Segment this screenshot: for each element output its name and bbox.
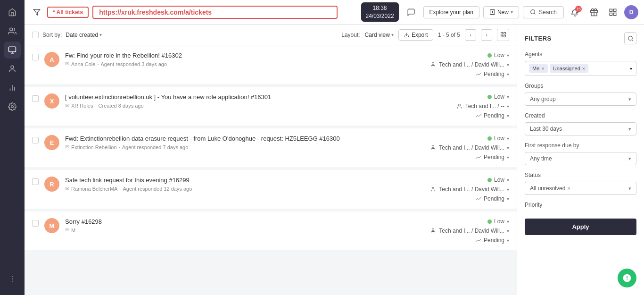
apply-button[interactable]: Apply <box>525 219 636 235</box>
sort-bar-right: Layout: Card view ▾ Export 1 - 5 of 5 ‹ <box>341 29 509 41</box>
ticket-sender: M <box>71 228 75 233</box>
first-response-chevron: ▾ <box>628 156 631 162</box>
next-page-button[interactable]: › <box>481 29 492 41</box>
ticket-checkbox[interactable] <box>32 220 39 227</box>
ticket-meta: ✉ XR Roles ·Created 8 days ago <box>65 102 409 109</box>
select-all-checkbox[interactable] <box>32 32 39 38</box>
priority-label: Low <box>494 52 504 59</box>
chat-icon[interactable] <box>403 4 420 21</box>
remove-status-tag[interactable]: × <box>567 185 570 191</box>
ticket-group[interactable]: Tech and I... / -- ▾ <box>457 103 509 110</box>
status-dropdown[interactable]: All unresolved × ▾ <box>525 182 636 195</box>
all-tickets-badge[interactable]: * All tickets <box>47 7 89 18</box>
notification-badge: 15 <box>575 6 582 12</box>
export-label: Export <box>412 32 428 38</box>
export-button[interactable]: Export <box>398 29 433 41</box>
ticket-checkbox[interactable] <box>32 178 39 185</box>
groups-dropdown[interactable]: Any group ▾ <box>525 93 636 106</box>
groups-label: Groups <box>525 83 636 89</box>
ticket-card[interactable]: M Sorry #16298 ✉ M Low ▾ Tech and I... /… <box>25 211 517 253</box>
marketplace-icon[interactable] <box>605 5 620 20</box>
ticket-status-label: Pending <box>484 237 504 244</box>
ticket-title: Fwd: Extinctionrebellion data erasure re… <box>65 135 409 142</box>
sidebar-item-customers[interactable] <box>4 60 21 77</box>
search-button[interactable]: Search <box>523 6 564 18</box>
sidebar-more-icon[interactable] <box>4 270 21 287</box>
first-response-dropdown[interactable]: Any time ▾ <box>525 152 636 165</box>
priority-badge[interactable]: Low ▾ <box>487 177 509 183</box>
datetime-date: 24/03/2022 <box>366 12 394 20</box>
ticket-status[interactable]: Pending ▾ <box>476 195 509 202</box>
ticket-status-label: Pending <box>484 195 504 202</box>
ticket-body: Safe tech link request for this evening … <box>65 177 409 202</box>
layout-label: Layout: <box>341 32 360 38</box>
freshdesk-fab[interactable] <box>618 269 636 287</box>
created-filter-section: Created Last 30 days ▾ <box>525 112 636 135</box>
ticket-status[interactable]: Pending ▾ <box>476 71 509 77</box>
created-dropdown[interactable]: Last 30 days ▾ <box>525 122 636 135</box>
datetime-box[interactable]: 18:38 24/03/2022 <box>361 2 399 22</box>
ticket-card[interactable]: X [ volunteer.extinctionrebellion.uk ] -… <box>25 87 517 128</box>
svg-point-27 <box>432 63 434 65</box>
svg-point-6 <box>11 106 14 108</box>
ticket-status[interactable]: Pending ▾ <box>476 154 509 160</box>
ticket-card[interactable]: E Fwd: Extinctionrebellion data erasure … <box>25 128 517 170</box>
priority-dot <box>487 178 492 182</box>
priority-badge[interactable]: Low ▾ <box>487 52 509 59</box>
sort-value[interactable]: Date created ▾ <box>66 32 102 38</box>
sidebar-item-settings[interactable] <box>4 98 21 115</box>
priority-dot <box>487 219 492 224</box>
svg-rect-26 <box>501 35 503 37</box>
status-chevron: ▾ <box>507 72 509 77</box>
sidebar-item-home[interactable] <box>4 4 21 21</box>
ticket-avatar: A <box>44 52 59 67</box>
priority-badge[interactable]: Low ▾ <box>487 135 509 142</box>
ticket-group-label: Tech and I... / David Will... <box>439 228 504 234</box>
filter-icon[interactable] <box>30 6 43 19</box>
agents-filter-section: Agents Me × Unassigned × ▾ <box>525 51 636 76</box>
ticket-sender: Extinction Rebellion <box>71 144 117 150</box>
svg-marker-10 <box>33 9 40 15</box>
new-button[interactable]: New ▾ <box>483 6 519 18</box>
ticket-card[interactable]: R Safe tech link request for this evenin… <box>25 170 517 211</box>
svg-line-33 <box>632 40 633 41</box>
explore-plan-button[interactable]: Explore your plan <box>423 6 479 18</box>
status-chevron: ▾ <box>507 196 509 202</box>
remove-me-tag[interactable]: × <box>541 66 544 71</box>
ticket-status-label: Pending <box>484 112 504 119</box>
ticket-right: Low ▾ Tech and I... / David Will... ▾ Pe… <box>415 52 509 77</box>
ticket-group[interactable]: Tech and I... / David Will... ▾ <box>431 228 509 234</box>
remove-unassigned-tag[interactable]: × <box>582 66 585 71</box>
sidebar-item-tickets[interactable] <box>4 42 21 59</box>
svg-point-31 <box>432 229 434 231</box>
svg-point-8 <box>12 278 13 279</box>
ticket-group[interactable]: Tech and I... / David Will... ▾ <box>431 144 509 151</box>
email-icon: ✉ <box>65 61 69 67</box>
agents-dropdown[interactable]: Me × Unassigned × ▾ <box>525 61 636 76</box>
ticket-checkbox[interactable] <box>32 95 39 102</box>
priority-badge[interactable]: Low ▾ <box>487 218 509 225</box>
sidebar-item-reports[interactable] <box>4 79 21 96</box>
ticket-meta: ✉ M <box>65 227 409 233</box>
ticket-group-label: Tech and I... / David Will... <box>439 61 504 68</box>
ticket-status[interactable]: Pending ▾ <box>476 237 509 244</box>
ticket-status[interactable]: Pending ▾ <box>476 112 509 119</box>
ticket-card[interactable]: A Fw: Find your role in the Rebellion! #… <box>25 45 517 87</box>
group-chevron: ▾ <box>507 145 509 151</box>
ticket-checkbox[interactable] <box>32 54 39 60</box>
priority-badge[interactable]: Low ▾ <box>487 93 509 100</box>
ticket-sender: XR Roles <box>71 103 93 109</box>
grid-view-button[interactable] <box>497 29 509 41</box>
prev-page-button[interactable]: ‹ <box>465 29 476 41</box>
svg-rect-25 <box>504 35 505 37</box>
ticket-checkbox[interactable] <box>32 137 39 143</box>
layout-select[interactable]: Card view ▾ <box>365 32 394 38</box>
notifications-icon[interactable]: 15 <box>568 5 583 20</box>
ticket-group[interactable]: Tech and I... / David Will... ▾ <box>431 186 509 193</box>
gift-icon[interactable] <box>586 5 602 20</box>
ticket-group[interactable]: Tech and I... / David Will... ▾ <box>431 61 509 68</box>
user-avatar[interactable]: D <box>624 5 638 19</box>
priority-chevron: ▾ <box>507 177 509 183</box>
filter-search-button[interactable] <box>624 32 636 44</box>
sidebar-item-contacts[interactable] <box>4 23 21 40</box>
